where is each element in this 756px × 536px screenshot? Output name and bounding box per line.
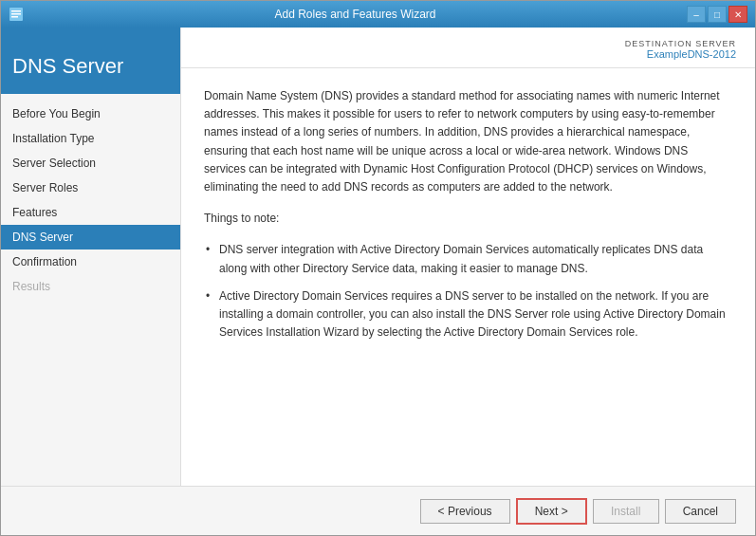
things-to-note-heading: Things to note: xyxy=(204,210,732,228)
destination-server-name: ExampleDNS-2012 xyxy=(625,48,736,60)
destination-server-info: DESTINATION SERVER ExampleDNS-2012 xyxy=(625,39,736,60)
sidebar-header: DNS Server xyxy=(1,28,180,94)
svg-rect-3 xyxy=(11,16,18,18)
svg-rect-1 xyxy=(11,10,21,12)
sidebar-item-server-roles[interactable]: Server Roles xyxy=(1,176,180,200)
window-icon xyxy=(9,7,24,22)
close-button[interactable]: ✕ xyxy=(728,6,747,23)
wizard-window: Add Roles and Features Wizard – □ ✕ DNS … xyxy=(0,0,756,536)
sidebar-title: DNS Server xyxy=(12,54,123,79)
main-content: DESTINATION SERVER ExampleDNS-2012 Domai… xyxy=(181,28,755,486)
sidebar-item-installation-type[interactable]: Installation Type xyxy=(1,126,180,151)
window-title: Add Roles and Features Wizard xyxy=(24,8,687,21)
window-controls: – □ ✕ xyxy=(687,6,747,23)
previous-button[interactable]: < Previous xyxy=(420,499,510,524)
sidebar-nav: Before You Begin Installation Type Serve… xyxy=(1,94,180,486)
sidebar-item-before-you-begin[interactable]: Before You Begin xyxy=(1,102,180,126)
sidebar: DNS Server Before You Begin Installation… xyxy=(1,28,181,486)
footer: < Previous Next > Install Cancel xyxy=(1,486,755,535)
sidebar-item-results: Results xyxy=(1,274,180,299)
bullet-item-1: DNS server integration with Active Direc… xyxy=(204,241,732,277)
cancel-button[interactable]: Cancel xyxy=(665,499,736,524)
next-button[interactable]: Next > xyxy=(516,498,587,525)
sidebar-item-features[interactable]: Features xyxy=(1,200,180,225)
sidebar-item-confirmation[interactable]: Confirmation xyxy=(1,250,180,274)
minimize-button[interactable]: – xyxy=(687,6,706,23)
destination-server-label: DESTINATION SERVER xyxy=(625,39,736,48)
main-body: Domain Name System (DNS) provides a stan… xyxy=(181,68,755,486)
sidebar-item-dns-server[interactable]: DNS Server xyxy=(1,225,180,250)
dns-description: Domain Name System (DNS) provides a stan… xyxy=(204,87,732,196)
bullet-item-2: Active Directory Domain Services require… xyxy=(204,287,732,342)
maximize-button[interactable]: □ xyxy=(708,6,727,23)
content-area: DNS Server Before You Begin Installation… xyxy=(1,28,755,486)
title-bar: Add Roles and Features Wizard – □ ✕ xyxy=(1,1,755,28)
svg-rect-2 xyxy=(11,13,21,15)
install-button[interactable]: Install xyxy=(593,499,659,524)
main-header: DESTINATION SERVER ExampleDNS-2012 xyxy=(181,28,755,68)
sidebar-item-server-selection[interactable]: Server Selection xyxy=(1,151,180,176)
bullet-list: DNS server integration with Active Direc… xyxy=(204,241,732,342)
